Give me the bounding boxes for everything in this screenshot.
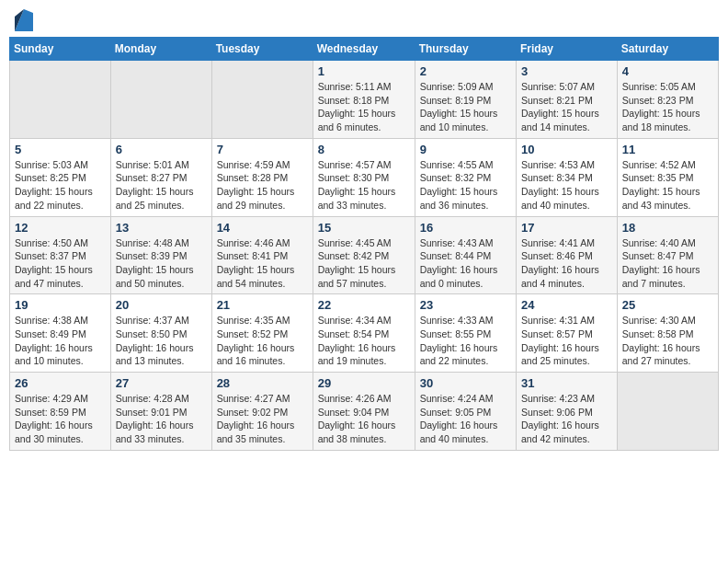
day-number: 15 bbox=[318, 221, 410, 235]
day-info: Sunrise: 4:45 AM Sunset: 8:42 PM Dayligh… bbox=[318, 236, 410, 291]
calendar-cell: 7Sunrise: 4:59 AM Sunset: 8:28 PM Daylig… bbox=[211, 138, 313, 216]
day-info: Sunrise: 4:23 AM Sunset: 9:06 PM Dayligh… bbox=[521, 392, 612, 446]
day-number: 12 bbox=[15, 221, 106, 235]
calendar-cell: 13Sunrise: 4:48 AM Sunset: 8:39 PM Dayli… bbox=[110, 216, 211, 294]
day-number: 27 bbox=[116, 376, 207, 390]
calendar-week-row: 1Sunrise: 5:11 AM Sunset: 8:18 PM Daylig… bbox=[10, 61, 719, 139]
day-number: 13 bbox=[116, 221, 207, 235]
day-info: Sunrise: 4:34 AM Sunset: 8:54 PM Dayligh… bbox=[318, 314, 410, 368]
weekday-header-row: SundayMondayTuesdayWednesdayThursdayFrid… bbox=[10, 38, 719, 61]
day-info: Sunrise: 4:41 AM Sunset: 8:46 PM Dayligh… bbox=[521, 236, 612, 291]
day-number: 31 bbox=[521, 376, 612, 390]
day-number: 29 bbox=[318, 376, 410, 390]
day-number: 3 bbox=[521, 64, 612, 78]
calendar-cell: 15Sunrise: 4:45 AM Sunset: 8:42 PM Dayli… bbox=[313, 216, 415, 294]
calendar-cell: 29Sunrise: 4:26 AM Sunset: 9:04 PM Dayli… bbox=[313, 373, 415, 451]
calendar-cell: 27Sunrise: 4:28 AM Sunset: 9:01 PM Dayli… bbox=[110, 373, 211, 451]
calendar-cell: 26Sunrise: 4:29 AM Sunset: 8:59 PM Dayli… bbox=[10, 373, 111, 451]
day-info: Sunrise: 5:11 AM Sunset: 8:18 PM Dayligh… bbox=[318, 80, 410, 134]
day-info: Sunrise: 4:27 AM Sunset: 9:02 PM Dayligh… bbox=[217, 392, 308, 446]
calendar-cell: 24Sunrise: 4:31 AM Sunset: 8:57 PM Dayli… bbox=[517, 294, 618, 373]
day-info: Sunrise: 4:53 AM Sunset: 8:34 PM Dayligh… bbox=[521, 158, 612, 213]
day-info: Sunrise: 4:33 AM Sunset: 8:55 PM Dayligh… bbox=[420, 314, 511, 368]
day-number: 23 bbox=[420, 298, 511, 312]
day-number: 8 bbox=[318, 143, 410, 156]
day-info: Sunrise: 5:01 AM Sunset: 8:27 PM Dayligh… bbox=[116, 158, 207, 213]
day-number: 25 bbox=[622, 298, 713, 312]
day-number: 18 bbox=[622, 221, 713, 235]
calendar-cell: 9Sunrise: 4:55 AM Sunset: 8:32 PM Daylig… bbox=[415, 138, 516, 216]
day-info: Sunrise: 4:30 AM Sunset: 8:58 PM Dayligh… bbox=[622, 314, 713, 368]
calendar-cell: 21Sunrise: 4:35 AM Sunset: 8:52 PM Dayli… bbox=[211, 294, 313, 373]
calendar-cell: 5Sunrise: 5:03 AM Sunset: 8:25 PM Daylig… bbox=[10, 138, 111, 216]
weekday-header-saturday: Saturday bbox=[617, 38, 718, 61]
day-number: 20 bbox=[116, 298, 207, 312]
day-number: 16 bbox=[420, 221, 511, 235]
calendar-cell: 10Sunrise: 4:53 AM Sunset: 8:34 PM Dayli… bbox=[517, 138, 618, 216]
day-number: 5 bbox=[15, 143, 106, 156]
calendar-cell bbox=[211, 61, 313, 139]
calendar-week-row: 12Sunrise: 4:50 AM Sunset: 8:37 PM Dayli… bbox=[10, 216, 719, 294]
calendar-cell bbox=[110, 61, 211, 139]
weekday-header-tuesday: Tuesday bbox=[211, 38, 313, 61]
day-info: Sunrise: 4:57 AM Sunset: 8:30 PM Dayligh… bbox=[318, 158, 410, 213]
calendar-cell: 16Sunrise: 4:43 AM Sunset: 8:44 PM Dayli… bbox=[415, 216, 516, 294]
calendar-cell: 23Sunrise: 4:33 AM Sunset: 8:55 PM Dayli… bbox=[415, 294, 516, 373]
day-number: 14 bbox=[217, 221, 308, 235]
day-info: Sunrise: 4:31 AM Sunset: 8:57 PM Dayligh… bbox=[521, 314, 612, 368]
weekday-header-friday: Friday bbox=[517, 38, 618, 61]
weekday-header-thursday: Thursday bbox=[415, 38, 516, 61]
day-number: 24 bbox=[521, 298, 612, 312]
day-number: 21 bbox=[217, 298, 308, 312]
day-number: 26 bbox=[15, 376, 106, 390]
day-info: Sunrise: 4:43 AM Sunset: 8:44 PM Dayligh… bbox=[420, 236, 511, 291]
calendar-cell: 17Sunrise: 4:41 AM Sunset: 8:46 PM Dayli… bbox=[517, 216, 618, 294]
calendar-cell: 31Sunrise: 4:23 AM Sunset: 9:06 PM Dayli… bbox=[517, 373, 618, 451]
day-info: Sunrise: 4:46 AM Sunset: 8:41 PM Dayligh… bbox=[217, 236, 308, 291]
calendar-cell: 8Sunrise: 4:57 AM Sunset: 8:30 PM Daylig… bbox=[313, 138, 415, 216]
day-info: Sunrise: 4:24 AM Sunset: 9:05 PM Dayligh… bbox=[420, 392, 511, 446]
calendar-cell: 2Sunrise: 5:09 AM Sunset: 8:19 PM Daylig… bbox=[415, 61, 516, 139]
day-info: Sunrise: 4:52 AM Sunset: 8:35 PM Dayligh… bbox=[622, 158, 713, 213]
day-number: 10 bbox=[521, 143, 612, 156]
calendar-cell: 18Sunrise: 4:40 AM Sunset: 8:47 PM Dayli… bbox=[617, 216, 718, 294]
calendar-cell: 30Sunrise: 4:24 AM Sunset: 9:05 PM Dayli… bbox=[415, 373, 516, 451]
day-number: 6 bbox=[116, 143, 207, 156]
calendar-cell: 3Sunrise: 5:07 AM Sunset: 8:21 PM Daylig… bbox=[517, 61, 618, 139]
weekday-header-sunday: Sunday bbox=[10, 38, 111, 61]
calendar-cell bbox=[617, 373, 718, 451]
day-info: Sunrise: 4:40 AM Sunset: 8:47 PM Dayligh… bbox=[622, 236, 713, 291]
day-info: Sunrise: 4:59 AM Sunset: 8:28 PM Dayligh… bbox=[217, 158, 308, 213]
day-number: 28 bbox=[217, 376, 308, 390]
day-info: Sunrise: 4:29 AM Sunset: 8:59 PM Dayligh… bbox=[15, 392, 106, 446]
day-info: Sunrise: 5:05 AM Sunset: 8:23 PM Dayligh… bbox=[622, 80, 713, 134]
day-info: Sunrise: 4:38 AM Sunset: 8:49 PM Dayligh… bbox=[15, 314, 106, 368]
day-number: 4 bbox=[622, 64, 713, 78]
weekday-header-wednesday: Wednesday bbox=[313, 38, 415, 61]
day-number: 9 bbox=[420, 143, 511, 156]
weekday-header-monday: Monday bbox=[110, 38, 211, 61]
day-number: 19 bbox=[15, 298, 106, 312]
calendar-cell: 14Sunrise: 4:46 AM Sunset: 8:41 PM Dayli… bbox=[211, 216, 313, 294]
calendar-cell: 4Sunrise: 5:05 AM Sunset: 8:23 PM Daylig… bbox=[617, 61, 718, 139]
calendar-cell: 28Sunrise: 4:27 AM Sunset: 9:02 PM Dayli… bbox=[211, 373, 313, 451]
day-info: Sunrise: 5:03 AM Sunset: 8:25 PM Dayligh… bbox=[15, 158, 106, 213]
day-number: 11 bbox=[622, 143, 713, 156]
logo bbox=[13, 9, 35, 31]
calendar-cell: 11Sunrise: 4:52 AM Sunset: 8:35 PM Dayli… bbox=[617, 138, 718, 216]
day-number: 30 bbox=[420, 376, 511, 390]
calendar-cell: 6Sunrise: 5:01 AM Sunset: 8:27 PM Daylig… bbox=[110, 138, 211, 216]
day-number: 22 bbox=[318, 298, 410, 312]
calendar-cell bbox=[10, 61, 111, 139]
calendar-week-row: 26Sunrise: 4:29 AM Sunset: 8:59 PM Dayli… bbox=[10, 373, 719, 451]
day-info: Sunrise: 4:26 AM Sunset: 9:04 PM Dayligh… bbox=[318, 392, 410, 446]
day-info: Sunrise: 4:37 AM Sunset: 8:50 PM Dayligh… bbox=[116, 314, 207, 368]
logo-icon bbox=[15, 9, 33, 31]
day-info: Sunrise: 4:48 AM Sunset: 8:39 PM Dayligh… bbox=[116, 236, 207, 291]
calendar-cell: 20Sunrise: 4:37 AM Sunset: 8:50 PM Dayli… bbox=[110, 294, 211, 373]
calendar-week-row: 19Sunrise: 4:38 AM Sunset: 8:49 PM Dayli… bbox=[10, 294, 719, 373]
day-info: Sunrise: 4:50 AM Sunset: 8:37 PM Dayligh… bbox=[15, 236, 106, 291]
day-number: 1 bbox=[318, 64, 410, 78]
calendar-cell: 1Sunrise: 5:11 AM Sunset: 8:18 PM Daylig… bbox=[313, 61, 415, 139]
day-number: 17 bbox=[521, 221, 612, 235]
